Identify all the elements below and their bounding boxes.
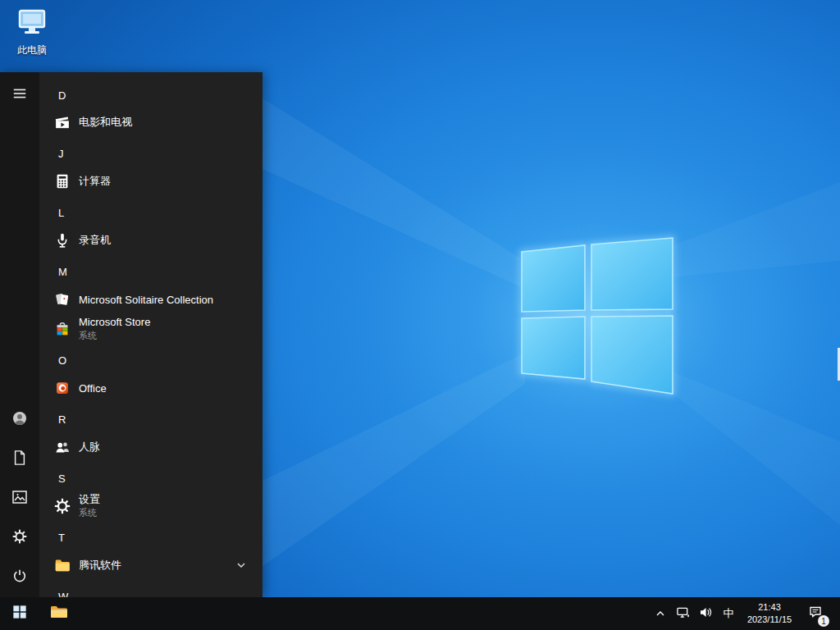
section-letter: M bbox=[58, 266, 67, 278]
expand-menu-button[interactable] bbox=[0, 75, 39, 115]
desktop-icon-label: 此电脑 bbox=[17, 43, 47, 57]
start-app-sublabel: 系统 bbox=[79, 507, 100, 518]
calculator-icon bbox=[52, 171, 72, 191]
speaker-icon bbox=[699, 606, 713, 622]
start-app-label: 人脉 bbox=[79, 440, 100, 454]
start-app-office[interactable]: Office bbox=[39, 373, 262, 403]
clock[interactable]: 21:43 2023/11/15 bbox=[740, 597, 799, 630]
start-section-l[interactable]: L bbox=[39, 201, 262, 224]
network-button[interactable] bbox=[671, 597, 694, 630]
gear-icon bbox=[11, 528, 28, 548]
section-letter: D bbox=[58, 89, 66, 102]
power-icon bbox=[12, 568, 27, 587]
action-center-button[interactable]: 1 bbox=[799, 597, 832, 630]
start-app-label: Office bbox=[79, 382, 107, 395]
hamburger-icon bbox=[12, 86, 27, 104]
start-app-people[interactable]: 人脉 bbox=[39, 432, 262, 462]
start-section-d[interactable]: D bbox=[39, 84, 262, 107]
start-app-calculator[interactable]: 计算器 bbox=[39, 167, 262, 196]
desktop: 此电脑 bbox=[0, 0, 840, 630]
power-button[interactable] bbox=[0, 558, 39, 597]
chevron-up-icon bbox=[655, 606, 665, 621]
this-pc-icon bbox=[15, 7, 49, 43]
volume-button[interactable] bbox=[694, 597, 717, 630]
start-app-label: 电影和电视 bbox=[79, 115, 132, 130]
start-app-label: 设置 bbox=[79, 493, 100, 507]
store-icon bbox=[52, 319, 72, 339]
section-letter: O bbox=[58, 354, 66, 367]
clock-date: 2023/11/15 bbox=[747, 614, 792, 626]
start-app-microsoft-store[interactable]: Microsoft Store 系统 bbox=[39, 311, 262, 347]
section-letter: W bbox=[58, 591, 68, 598]
start-button[interactable] bbox=[0, 597, 39, 630]
section-letter: R bbox=[58, 413, 66, 426]
start-app-label: 录音机 bbox=[79, 233, 111, 248]
office-icon bbox=[52, 378, 72, 398]
file-explorer-icon bbox=[49, 603, 69, 624]
start-section-s[interactable]: S bbox=[39, 467, 262, 490]
start-section-w[interactable]: W bbox=[39, 585, 262, 597]
file-explorer-button[interactable] bbox=[39, 597, 79, 630]
section-letter: L bbox=[58, 207, 64, 219]
documents-icon bbox=[12, 450, 27, 469]
folder-icon bbox=[52, 555, 72, 575]
section-letter: T bbox=[58, 532, 65, 544]
clock-time: 21:43 bbox=[758, 601, 781, 614]
start-folder-tencent[interactable]: 腾讯软件 bbox=[39, 550, 262, 580]
start-section-t[interactable]: T bbox=[39, 526, 262, 549]
start-app-movies-tv[interactable]: 电影和电视 bbox=[39, 107, 262, 137]
start-app-sublabel: 系统 bbox=[79, 330, 150, 341]
start-app-label: Microsoft Solitaire Collection bbox=[79, 294, 213, 306]
start-app-label: 计算器 bbox=[79, 174, 111, 189]
account-button[interactable] bbox=[0, 400, 39, 440]
section-letter: J bbox=[58, 148, 64, 160]
start-section-r[interactable]: R bbox=[39, 408, 262, 431]
gear-icon bbox=[52, 496, 72, 516]
account-icon bbox=[11, 410, 28, 430]
start-menu-app-list: D 电影和电视 J bbox=[39, 72, 262, 597]
start-menu: D 电影和电视 J bbox=[0, 72, 262, 597]
start-section-j[interactable]: J bbox=[39, 142, 262, 165]
ime-label: 中 bbox=[724, 606, 734, 621]
start-app-label: 腾讯软件 bbox=[79, 558, 121, 573]
start-app-label: Microsoft Store bbox=[79, 316, 150, 330]
notification-badge: 1 bbox=[818, 615, 829, 627]
people-icon bbox=[52, 437, 72, 457]
solitaire-icon bbox=[52, 290, 72, 309]
section-letter: S bbox=[58, 472, 66, 485]
windows-logo-icon bbox=[12, 605, 27, 623]
start-app-settings[interactable]: 设置 系统 bbox=[39, 488, 262, 524]
chevron-down-icon[interactable] bbox=[236, 560, 246, 570]
documents-button[interactable] bbox=[0, 440, 39, 479]
pictures-button[interactable] bbox=[0, 479, 39, 518]
desktop-icon-this-pc[interactable]: 此电脑 bbox=[8, 7, 56, 57]
movies-tv-icon bbox=[52, 112, 72, 132]
start-section-o[interactable]: O bbox=[39, 349, 262, 372]
start-app-solitaire[interactable]: Microsoft Solitaire Collection bbox=[39, 285, 262, 314]
settings-button[interactable] bbox=[0, 518, 39, 558]
pictures-icon bbox=[11, 490, 28, 508]
start-section-m[interactable]: M bbox=[39, 260, 262, 283]
ime-indicator[interactable]: 中 bbox=[717, 597, 740, 630]
taskbar: 中 21:43 2023/11/15 1 bbox=[0, 597, 840, 630]
show-hidden-icons-button[interactable] bbox=[650, 597, 671, 630]
network-icon bbox=[676, 606, 690, 622]
system-tray: 中 21:43 2023/11/15 1 bbox=[650, 597, 840, 630]
start-app-voice-recorder[interactable]: 录音机 bbox=[39, 226, 262, 255]
start-menu-rail bbox=[0, 72, 39, 597]
voice-recorder-icon bbox=[52, 231, 72, 250]
